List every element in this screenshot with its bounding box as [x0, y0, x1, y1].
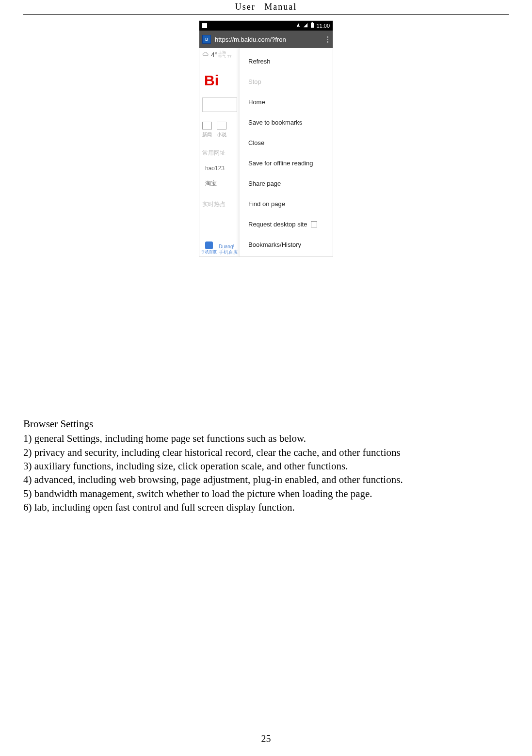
address-bar[interactable]: B https://m.baidu.com/?fron — [199, 31, 333, 48]
site-favicon-icon: B — [202, 35, 211, 44]
tab-news-label: 新闻 — [202, 131, 212, 138]
menu-find-label: Find on page — [248, 200, 285, 208]
baidu-logo-fragment: Bi — [204, 72, 236, 89]
cloud-icon — [202, 51, 210, 58]
svg-rect-0 — [311, 23, 314, 28]
settings-item-1: 1) general Settings, including home page… — [23, 432, 509, 445]
settings-item-4: 4) advanced, including web browsing, pag… — [23, 473, 509, 486]
section-hot: 实时热点 — [202, 200, 236, 209]
baidu-paw-icon — [205, 241, 213, 249]
menu-stop-label: Stop — [248, 78, 261, 85]
browser-page-background: 4° 上海 空气 77 Bi 新闻 — [199, 48, 239, 257]
tab-novel-label: 小说 — [217, 131, 226, 138]
svg-rect-1 — [312, 22, 313, 23]
phone-screenshot: 11:00 B https://m.baidu.com/?fron 4° — [199, 20, 333, 257]
search-input[interactable] — [202, 97, 237, 112]
menu-desktop-site[interactable]: Request desktop site — [240, 214, 333, 234]
promo-line2: 手机百度 — [219, 249, 238, 255]
promo-line1: Duang! — [219, 244, 238, 249]
settings-heading: Browser Settings — [23, 417, 509, 431]
footer-badge[interactable]: 手机百度 Duang! 手机百度 — [201, 241, 238, 255]
menu-save-bookmarks[interactable]: Save to bookmarks — [240, 112, 333, 132]
settings-item-3: 3) auxiliary functions, including size, … — [23, 459, 509, 473]
weather-widget[interactable]: 4° 上海 空气 77 — [202, 51, 236, 59]
weather-aqi: 空气 77 — [218, 55, 231, 59]
status-bar: 11:00 — [199, 21, 333, 31]
doc-header-word2: Manual — [264, 2, 297, 12]
book-icon — [217, 122, 226, 129]
menu-refresh-label: Refresh — [248, 58, 271, 65]
menu-save-offline[interactable]: Save for offline reading — [240, 153, 333, 173]
body-text: Browser Settings 1) general Settings, in… — [23, 417, 509, 514]
status-time: 11:00 — [316, 23, 330, 29]
menu-desktop-site-label: Request desktop site — [248, 221, 307, 228]
settings-item-6: 6) lab, including open fast control and … — [23, 500, 509, 514]
menu-home-label: Home — [248, 98, 265, 106]
desktop-site-checkbox[interactable] — [311, 221, 317, 227]
settings-item-2: 2) privacy and security, including clear… — [23, 446, 509, 459]
page-number: 25 — [0, 733, 532, 744]
menu-home[interactable]: Home — [240, 92, 333, 112]
doc-header-word1: User — [235, 2, 256, 12]
menu-close-label: Close — [248, 139, 264, 146]
menu-bookmarks-history-label: Bookmarks/History — [248, 241, 301, 248]
doc-header: User Manual — [23, 0, 509, 15]
menu-stop: Stop — [240, 71, 333, 92]
url-text[interactable]: https://m.baidu.com/?fron — [215, 36, 320, 43]
section-common-sites: 常用网址 — [202, 149, 236, 157]
notification-icon — [202, 23, 207, 28]
link-taobao[interactable]: 淘宝 — [202, 179, 236, 188]
menu-share-label: Share page — [248, 180, 281, 187]
link-hao123[interactable]: hao123 — [202, 165, 236, 172]
baidu-app-label: 手机百度 — [201, 249, 217, 255]
battery-icon — [310, 22, 314, 29]
overflow-menu-icon[interactable] — [324, 34, 330, 45]
menu-find[interactable]: Find on page — [240, 193, 333, 214]
settings-item-5: 5) bandwidth management, switch whether … — [23, 487, 509, 500]
browser-overflow-menu: Refresh Stop Home Save to bookmarks Clos… — [239, 48, 333, 257]
menu-share[interactable]: Share page — [240, 173, 333, 193]
menu-save-bookmarks-label: Save to bookmarks — [248, 119, 302, 126]
menu-save-offline-label: Save for offline reading — [248, 160, 313, 167]
news-icon — [202, 122, 212, 129]
weather-temp: 4° — [211, 51, 217, 59]
location-icon — [296, 23, 301, 29]
signal-icon — [303, 23, 308, 29]
menu-bookmarks-history[interactable]: Bookmarks/History — [240, 234, 333, 255]
tab-novel[interactable]: 小说 — [217, 122, 226, 138]
menu-close[interactable]: Close — [240, 132, 333, 153]
menu-refresh[interactable]: Refresh — [240, 51, 333, 71]
tab-news[interactable]: 新闻 — [202, 122, 212, 138]
